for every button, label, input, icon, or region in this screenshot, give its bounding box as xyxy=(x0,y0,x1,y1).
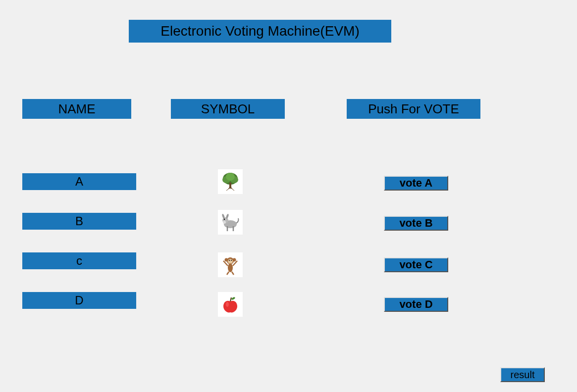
svg-point-16 xyxy=(228,259,233,264)
candidate-symbol-a xyxy=(218,169,243,194)
svg-point-19 xyxy=(228,263,233,272)
tree-icon xyxy=(219,171,241,193)
svg-point-25 xyxy=(231,296,236,300)
svg-point-9 xyxy=(223,221,226,224)
candidate-name-a: A xyxy=(22,173,136,190)
symbol-column-header: SYMBOL xyxy=(171,99,285,119)
svg-point-17 xyxy=(229,260,230,261)
vote-button-c[interactable]: vote C xyxy=(384,257,448,272)
candidate-name-b: B xyxy=(22,213,136,230)
svg-line-23 xyxy=(232,272,234,275)
vote-button-d[interactable]: vote D xyxy=(384,297,448,312)
monkey-icon xyxy=(219,254,241,276)
vote-button-b[interactable]: vote B xyxy=(384,216,448,231)
app-title: Electronic Voting Machine(EVM) xyxy=(129,20,391,43)
candidate-name-c: c xyxy=(22,252,136,269)
candidate-symbol-d xyxy=(218,292,243,317)
svg-point-10 xyxy=(224,219,225,220)
candidate-symbol-b xyxy=(218,210,243,235)
svg-line-22 xyxy=(227,272,229,275)
candidate-name-d: D xyxy=(22,292,136,309)
name-column-header: NAME xyxy=(22,99,131,119)
apple-icon xyxy=(219,294,241,315)
donkey-icon xyxy=(219,211,241,233)
svg-point-15 xyxy=(233,258,236,262)
svg-point-3 xyxy=(226,173,235,181)
svg-point-26 xyxy=(226,302,229,307)
vote-button-a[interactable]: vote A xyxy=(384,176,448,191)
svg-point-18 xyxy=(231,260,232,261)
svg-line-24 xyxy=(230,297,231,301)
candidate-symbol-c xyxy=(218,252,243,277)
vote-column-header: Push For VOTE xyxy=(347,99,480,119)
result-button[interactable]: result xyxy=(500,367,545,382)
svg-point-14 xyxy=(225,258,228,262)
